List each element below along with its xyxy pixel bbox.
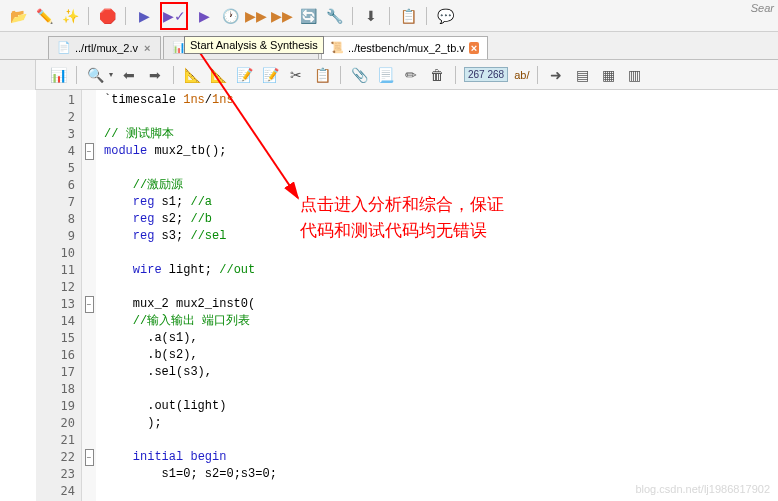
tab-rtl-mux2[interactable]: 📄 ../rtl/mux_2.v × <box>48 36 161 59</box>
tab-testbench-mux2-tb[interactable]: 📜 ../testbench/mux_2_tb.v × <box>321 36 488 59</box>
separator <box>125 7 126 25</box>
hierarchy-icon[interactable]: 📂 <box>8 6 28 26</box>
wand2-icon[interactable]: ✨ <box>60 6 80 26</box>
separator <box>389 7 390 25</box>
fold-marker[interactable]: − <box>85 143 94 160</box>
delete-icon[interactable]: 🗑 <box>427 65 447 85</box>
editor-area: 123456789101112131415161718192021222324 … <box>0 90 778 501</box>
comment-icon[interactable]: 📝 <box>234 65 254 85</box>
chip-icon[interactable]: 🔧 <box>324 6 344 26</box>
dropdown-icon[interactable]: ▾ <box>109 70 113 79</box>
programmer-icon[interactable]: ⬇ <box>361 6 381 26</box>
close-icon[interactable]: × <box>469 42 479 54</box>
tooltip: Start Analysis & Synthesis <box>184 36 324 54</box>
layout2-icon[interactable]: ▦ <box>598 65 618 85</box>
back-icon[interactable]: 🔄 <box>298 6 318 26</box>
indent-icon[interactable]: 📐 <box>182 65 202 85</box>
separator <box>173 66 174 84</box>
verilog-file-icon: 📜 <box>330 41 344 55</box>
bookmark-prev-icon[interactable]: ⬅ <box>119 65 139 85</box>
separator <box>455 66 456 84</box>
help-icon[interactable]: 💬 <box>435 6 455 26</box>
separator <box>76 66 77 84</box>
verilog-file-icon: 📄 <box>57 41 71 55</box>
separator <box>426 7 427 25</box>
close-icon[interactable]: × <box>142 42 152 54</box>
fold-marker[interactable]: − <box>85 296 94 313</box>
separator <box>88 7 89 25</box>
analysis-synthesis-icon: ▶✓ <box>164 6 184 26</box>
assembler-icon[interactable]: ▶▶ <box>272 6 292 26</box>
fold-gutter: −−− <box>82 90 96 501</box>
list-icon[interactable]: 📃 <box>375 65 395 85</box>
search-fragment: Sear <box>751 2 774 14</box>
tab-label: ../rtl/mux_2.v <box>75 42 138 54</box>
line-count-badge: 267 268 <box>464 67 508 82</box>
fold-marker[interactable]: − <box>85 449 94 466</box>
separator <box>352 7 353 25</box>
wand-icon[interactable]: ✏️ <box>34 6 54 26</box>
layout3-icon[interactable]: ▥ <box>624 65 644 85</box>
notes-icon[interactable]: 📋 <box>398 6 418 26</box>
paste-icon[interactable]: 📋 <box>312 65 332 85</box>
outdent-icon[interactable]: 📐 <box>208 65 228 85</box>
separator <box>537 66 538 84</box>
bookmark-next-icon[interactable]: ➡ <box>145 65 165 85</box>
separator <box>340 66 341 84</box>
find-icon[interactable]: 🔍 <box>85 65 105 85</box>
report-icon[interactable]: 📊 <box>48 65 68 85</box>
watermark: blog.csdn.net/lj1986817902 <box>635 483 770 495</box>
main-toolbar: 📂 ✏️ ✨ 🛑 ▶ ▶✓ ▶ 🕐 ▶▶ ▶▶ 🔄 🔧 ⬇ 📋 💬 <box>0 0 778 32</box>
analysis-synthesis-button[interactable]: ▶✓ <box>160 2 188 30</box>
ab-label: ab/ <box>514 69 529 81</box>
stop-icon[interactable]: 🛑 <box>97 6 117 26</box>
cut-icon[interactable]: ✂ <box>286 65 306 85</box>
play-icon[interactable]: ▶ <box>134 6 154 26</box>
compile-icon[interactable]: ▶ <box>194 6 214 26</box>
editor-toolbar: 📊 🔍▾ ⬅ ➡ 📐 📐 📝 📝 ✂ 📋 📎 📃 ✏ 🗑 267 268 ab/… <box>0 60 778 90</box>
layout1-icon[interactable]: ▤ <box>572 65 592 85</box>
code-content[interactable]: `timescale 1ns/1ns// 测试脚本module mux2_tb(… <box>96 90 778 501</box>
attach-icon[interactable]: 📎 <box>349 65 369 85</box>
edit-icon[interactable]: ✏ <box>401 65 421 85</box>
fitter-icon[interactable]: ▶▶ <box>246 6 266 26</box>
line-number-gutter: 123456789101112131415161718192021222324 <box>36 90 82 501</box>
arrow-right-icon[interactable]: ➜ <box>546 65 566 85</box>
timing-icon[interactable]: 🕐 <box>220 6 240 26</box>
tabs-bar: 📄 ../rtl/mux_2.v × 📊 lation Report - mux… <box>0 32 778 60</box>
uncomment-icon[interactable]: 📝 <box>260 65 280 85</box>
tab-label: ../testbench/mux_2_tb.v <box>348 42 465 54</box>
